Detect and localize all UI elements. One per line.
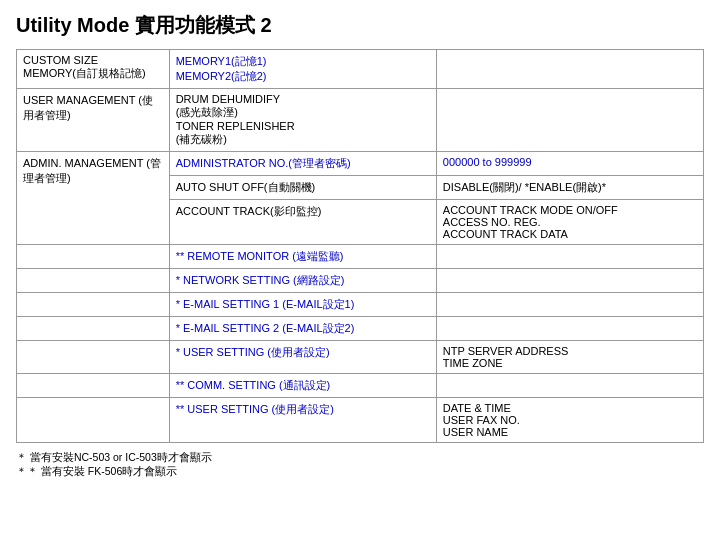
memory2-label: MEMORY2(記憶2)	[176, 70, 267, 82]
network-setting-label: * NETWORK SETTING (網路設定)	[169, 269, 436, 293]
email-setting1-right	[436, 293, 703, 317]
user-setting2-label: ** USER SETTING (使用者設定)	[169, 398, 436, 443]
table-row: CUSTOM SIZE MEMORY(自訂規格記憶) MEMORY1(記憶1) …	[17, 50, 704, 89]
utility-table: CUSTOM SIZE MEMORY(自訂規格記憶) MEMORY1(記憶1) …	[16, 49, 704, 443]
remote-monitor-label: ** REMOTE MONITOR (遠端監聽)	[169, 245, 436, 269]
table-row: ** USER SETTING (使用者設定) DATE & TIME USER…	[17, 398, 704, 443]
user-setting1-label: * USER SETTING (使用者設定)	[169, 341, 436, 374]
admin-row1-mid: ADMINISTRATOR NO.(管理者密碼)	[169, 152, 436, 176]
admin-row1-right: 000000 to 999999	[436, 152, 703, 176]
user-mgmt-label: USER MANAGEMENT (使用者管理)	[23, 94, 153, 121]
drum-label: DRUM DEHUMIDIFY	[176, 93, 281, 105]
auto-shutoff-label: AUTO SHUT OFF(自動關機)	[176, 181, 316, 193]
lower-left-empty-5	[17, 341, 170, 374]
footnote-1: ＊ 當有安裝NC-503 or IC-503時才會顯示	[16, 451, 704, 465]
lower-left-empty-7	[17, 398, 170, 443]
network-setting-right	[436, 269, 703, 293]
row-mid-custom-size: MEMORY1(記憶1) MEMORY2(記憶2)	[169, 50, 436, 89]
remote-monitor-right	[436, 245, 703, 269]
admin-row2-right: DISABLE(關閉)/ *ENABLE(開啟)*	[436, 176, 703, 200]
admin-mgmt-label: ADMIN. MANAGEMENT (管理者管理)	[23, 157, 161, 184]
row-right-user-mgmt	[436, 89, 703, 152]
lower-left-empty-6	[17, 374, 170, 398]
lower-left-empty-2	[17, 269, 170, 293]
admin-row3-right: ACCOUNT TRACK MODE ON/OFF ACCESS NO. REG…	[436, 200, 703, 245]
page-title: Utility Mode 實用功能模式 2	[16, 12, 704, 39]
footnote-2: ＊＊ 當有安裝 FK-506時才會顯示	[16, 465, 704, 479]
table-row: * E-MAIL SETTING 1 (E-MAIL設定1)	[17, 293, 704, 317]
email-setting1-label: * E-MAIL SETTING 1 (E-MAIL設定1)	[169, 293, 436, 317]
auto-shutoff-value: DISABLE(關閉)/ *ENABLE(開啟)*	[443, 181, 606, 193]
lower-left-empty-1	[17, 245, 170, 269]
row-mid-user-mgmt: DRUM DEHUMIDIFY (感光鼓除溼) TONER REPLENISHE…	[169, 89, 436, 152]
lower-left-empty-4	[17, 317, 170, 341]
row-label-user-mgmt: USER MANAGEMENT (使用者管理)	[17, 89, 170, 152]
admin-no-label: ADMINISTRATOR NO.(管理者密碼)	[176, 157, 351, 169]
comm-setting-label: ** COMM. SETTING (通訊設定)	[169, 374, 436, 398]
account-track-value: ACCOUNT TRACK MODE ON/OFF ACCESS NO. REG…	[443, 204, 618, 240]
table-row: * NETWORK SETTING (網路設定)	[17, 269, 704, 293]
account-track-label: ACCOUNT TRACK(影印監控)	[176, 205, 322, 217]
email-setting2-label: * E-MAIL SETTING 2 (E-MAIL設定2)	[169, 317, 436, 341]
row-right-custom-size	[436, 50, 703, 89]
row-label-custom-size: CUSTOM SIZE MEMORY(自訂規格記憶)	[17, 50, 170, 89]
table-row: * E-MAIL SETTING 2 (E-MAIL設定2)	[17, 317, 704, 341]
row-label-admin-mgmt: ADMIN. MANAGEMENT (管理者管理)	[17, 152, 170, 245]
admin-no-range: 000000 to 999999	[443, 156, 532, 168]
custom-size-label: CUSTOM SIZE MEMORY(自訂規格記憶)	[23, 54, 146, 79]
admin-row2-mid: AUTO SHUT OFF(自動關機)	[169, 176, 436, 200]
lower-left-empty-3	[17, 293, 170, 317]
toner-label-cn: (補充碳粉)	[176, 133, 227, 145]
email-setting2-right	[436, 317, 703, 341]
table-row: ADMIN. MANAGEMENT (管理者管理) ADMINISTRATOR …	[17, 152, 704, 176]
user-setting2-right: DATE & TIME USER FAX NO. USER NAME	[436, 398, 703, 443]
admin-row3-mid: ACCOUNT TRACK(影印監控)	[169, 200, 436, 245]
table-row: * USER SETTING (使用者設定) NTP SERVER ADDRES…	[17, 341, 704, 374]
table-row: ** REMOTE MONITOR (遠端監聽)	[17, 245, 704, 269]
memory1-label: MEMORY1(記憶1)	[176, 55, 267, 67]
comm-setting-right	[436, 374, 703, 398]
user-setting1-right: NTP SERVER ADDRESS TIME ZONE	[436, 341, 703, 374]
footnotes-section: ＊ 當有安裝NC-503 or IC-503時才會顯示 ＊＊ 當有安裝 FK-5…	[16, 451, 704, 479]
drum-label-cn: (感光鼓除溼)	[176, 106, 238, 118]
toner-label: TONER REPLENISHER	[176, 120, 295, 132]
table-row: ** COMM. SETTING (通訊設定)	[17, 374, 704, 398]
table-row: USER MANAGEMENT (使用者管理) DRUM DEHUMIDIFY …	[17, 89, 704, 152]
